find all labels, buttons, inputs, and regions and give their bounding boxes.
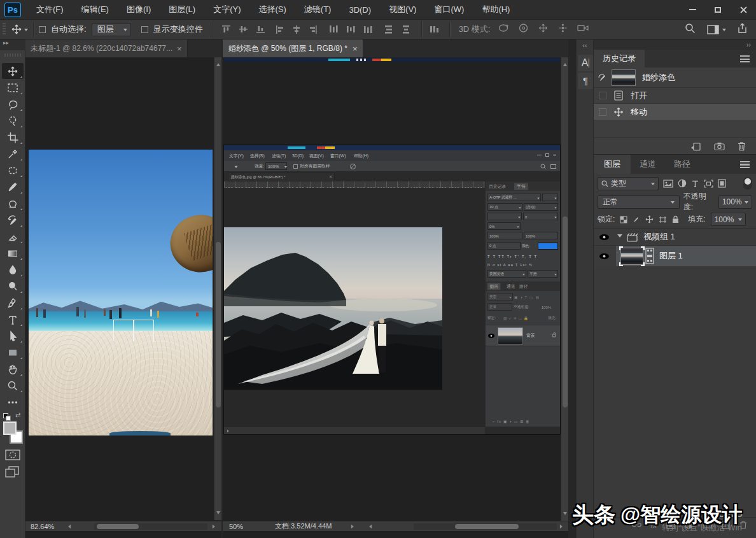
menu-image[interactable]: 图像(I) [118, 4, 160, 15]
scroll-right-icon[interactable] [560, 524, 564, 528]
nested-menu-item[interactable]: 3D(D) [292, 153, 304, 158]
menu-layer[interactable]: 图层(L) [160, 4, 204, 15]
scroll-left-icon[interactable] [367, 524, 372, 528]
scroll-up-icon[interactable] [216, 61, 220, 66]
nested-paths-tab[interactable]: 路径 [519, 283, 528, 290]
blur-tool[interactable] [2, 262, 24, 278]
history-source-well[interactable] [599, 92, 606, 99]
maximize-button[interactable] [705, 0, 731, 19]
brush-tool[interactable] [2, 179, 24, 195]
filter-shape-icon[interactable] [704, 180, 713, 188]
fill-dropdown[interactable]: 100% [711, 213, 746, 226]
canvas-right[interactable]: 文字(Y) 选择(S) 滤镜(T) 3D(D) 视图(V) 窗口(W) 帮助(H… [223, 57, 561, 521]
history-row-move[interactable]: 移动 [594, 104, 756, 120]
lasso-tool[interactable] [2, 96, 24, 112]
eye-icon[interactable] [599, 234, 610, 241]
menu-help[interactable]: 帮助(H) [473, 4, 519, 15]
doc-tab-active[interactable]: 婚纱添色 @ 50% (图层 1, RGB/8) * × [223, 39, 363, 57]
tab-layers[interactable]: 图层 [594, 155, 631, 174]
menu-edit[interactable]: 编辑(E) [73, 4, 118, 15]
trash-icon[interactable] [738, 141, 746, 151]
menu-select[interactable]: 选择(S) [249, 4, 295, 15]
show-transform-checkbox[interactable] [141, 26, 148, 33]
auto-select-dropdown[interactable]: 图层 [92, 23, 131, 36]
filter-smart-object-icon[interactable] [718, 179, 726, 188]
layer-group-row[interactable]: 视频组 1 [594, 229, 756, 246]
tab-channels[interactable]: 通道 [631, 159, 665, 170]
nested-channels-tab[interactable]: 通道 [507, 283, 515, 290]
close-button[interactable] [731, 0, 756, 19]
foreground-color-swatch[interactable] [3, 421, 17, 435]
history-row-open[interactable]: 打开 [594, 88, 756, 104]
tab-paths[interactable]: 路径 [665, 159, 699, 170]
hscroll-track-right[interactable] [414, 523, 557, 530]
distribute-vcenter-icon[interactable] [346, 25, 356, 34]
collapse-panels-icon[interactable]: ‹‹ [577, 39, 593, 49]
lock-artboard-icon[interactable] [659, 216, 667, 223]
opacity-dropdown[interactable]: 100% [718, 195, 752, 209]
align-top-icon[interactable] [221, 25, 231, 34]
scroll-down-icon[interactable] [563, 512, 567, 517]
scroll-up-icon[interactable] [563, 61, 567, 66]
clone-stamp-tool[interactable] [2, 195, 24, 211]
character-panel-icon[interactable]: A [578, 55, 593, 71]
marquee-tool[interactable] [2, 80, 24, 96]
scroll-thumb[interactable] [563, 216, 568, 407]
filter-type-icon[interactable] [691, 180, 699, 188]
distribute-top-icon[interactable] [329, 25, 339, 34]
lock-all-icon[interactable] [672, 215, 679, 223]
expand-panels-icon[interactable]: ›› [746, 41, 751, 48]
3d-pan-icon[interactable] [538, 23, 549, 36]
distribute-spacing-icon[interactable] [430, 25, 439, 34]
auto-select-checkbox[interactable] [39, 26, 46, 33]
nested-character-tab[interactable]: 字符 [514, 183, 528, 190]
history-panel-tab[interactable]: 历史记录 [594, 50, 645, 67]
swap-colors-icon[interactable]: ⇄ [15, 411, 20, 418]
blend-mode-dropdown[interactable]: 正常 [598, 195, 680, 209]
nested-menu-item[interactable]: 视图(V) [309, 153, 324, 159]
vertical-scrollbar-left[interactable] [214, 57, 221, 520]
gradient-tool[interactable] [2, 245, 24, 261]
edit-toolbar-icon[interactable] [2, 394, 24, 410]
close-icon[interactable]: × [177, 44, 182, 53]
3d-slide-icon[interactable] [557, 23, 568, 36]
current-tool-icon[interactable] [11, 24, 28, 35]
scroll-right-icon[interactable] [213, 524, 217, 528]
quick-mask-icon[interactable] [5, 450, 20, 463]
eye-icon[interactable] [599, 253, 610, 260]
screen-mode-icon[interactable] [5, 466, 19, 481]
align-hcenter-icon[interactable] [292, 25, 301, 34]
panel-menu-icon[interactable] [740, 161, 750, 168]
filter-pixel-icon[interactable] [663, 180, 673, 188]
menu-file[interactable]: 文件(F) [27, 4, 73, 15]
quick-selection-tool[interactable] [2, 113, 24, 129]
nested-history-tab[interactable]: 历史记录 [489, 183, 506, 190]
dodge-tool[interactable] [2, 278, 24, 294]
lock-transparent-icon[interactable] [620, 216, 627, 223]
camera-icon[interactable] [714, 142, 725, 150]
group-expand-chevron-icon[interactable] [617, 234, 622, 240]
menu-window[interactable]: 窗口(W) [425, 4, 473, 15]
canvas-left[interactable] [25, 57, 214, 538]
scroll-left-icon[interactable] [66, 524, 71, 528]
search-icon[interactable] [685, 23, 696, 36]
path-selection-tool[interactable] [2, 328, 24, 344]
menu-3d[interactable]: 3D(D) [340, 5, 380, 15]
status-expand-icon[interactable] [351, 524, 356, 528]
3d-camera-icon[interactable] [577, 24, 589, 35]
distribute-hcenter-icon[interactable] [402, 25, 411, 34]
type-tool[interactable] [2, 311, 24, 327]
3d-orbit-icon[interactable] [498, 23, 509, 36]
menu-view[interactable]: 视图(V) [380, 4, 425, 15]
panel-menu-icon[interactable] [740, 55, 750, 62]
pen-tool[interactable] [2, 295, 24, 311]
layer-filter-dropdown[interactable]: 类型 [598, 177, 659, 190]
nested-menu-item[interactable]: 选择(S) [250, 153, 265, 159]
move-tool[interactable] [2, 63, 24, 79]
crop-tool[interactable] [2, 129, 24, 145]
nested-layers-tab[interactable]: 图层 [487, 283, 500, 290]
distribute-left-icon[interactable] [384, 25, 394, 34]
nested-menu-item[interactable]: 窗口(W) [330, 153, 346, 159]
align-bottom-icon[interactable] [256, 25, 265, 34]
lock-position-icon[interactable] [645, 215, 654, 223]
